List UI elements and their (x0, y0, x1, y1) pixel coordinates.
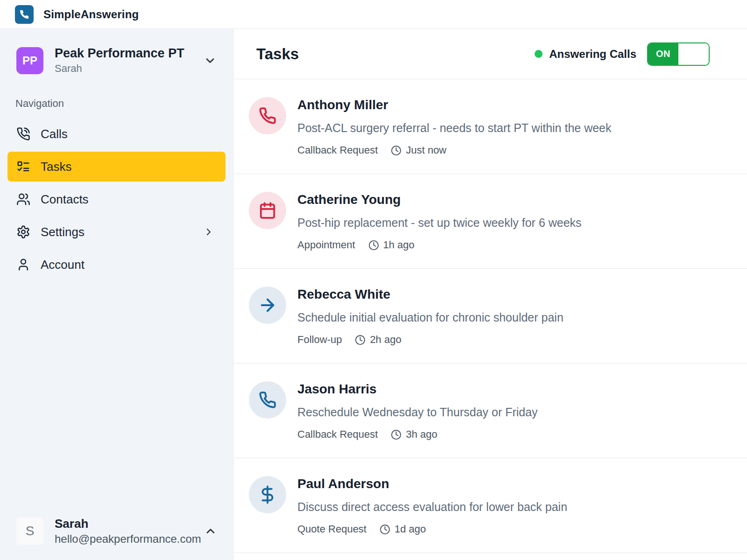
phone-call-icon (16, 127, 30, 141)
app-name: SimpleAnswering (43, 8, 139, 21)
status-dot (535, 50, 543, 58)
phone-icon (19, 9, 29, 20)
toggle-knob (678, 43, 709, 65)
sidebar-item-label: Settings (41, 225, 85, 239)
main-header: Tasks Answering Calls ON (234, 29, 747, 79)
task-time: 3h ago (406, 428, 437, 441)
topbar: SimpleAnswering (0, 0, 747, 29)
task-time: 2h ago (370, 333, 401, 346)
answering-status: Answering Calls ON (535, 42, 710, 66)
sidebar-nav: Calls Tasks Contacts Settings Account (0, 119, 233, 280)
users-icon (16, 192, 30, 206)
task-avatar (249, 192, 286, 229)
sidebar-item-label: Calls (41, 127, 68, 141)
org-switcher[interactable]: PP Peak Performance PT Sarah (0, 29, 233, 75)
arrow-right-icon (258, 295, 277, 315)
clock-icon (391, 429, 402, 440)
sidebar-item-tasks[interactable]: Tasks (7, 152, 226, 182)
task-row[interactable]: Catherine Young Post-hip replacement - s… (234, 174, 747, 269)
task-name: Anthony Miller (297, 97, 612, 113)
task-list: Anthony Miller Post-ACL surgery referral… (234, 79, 747, 553)
chevron-right-icon (203, 226, 214, 238)
answering-calls-toggle[interactable]: ON (647, 42, 710, 66)
chevron-down-icon (204, 54, 217, 67)
task-avatar (249, 381, 286, 419)
task-row[interactable]: Rebecca White Schedule initial evaluatio… (234, 269, 747, 364)
task-time: 1d ago (395, 523, 426, 536)
task-avatar (249, 287, 286, 324)
toggle-on-label: ON (648, 43, 678, 65)
task-description: Post-hip replacement - set up twice week… (297, 215, 582, 230)
task-description: Discuss direct access evaluation for low… (297, 499, 567, 514)
clock-icon (391, 145, 402, 156)
dollar-icon (258, 485, 277, 504)
user-name: Sarah (55, 516, 201, 531)
app-logo (15, 5, 34, 24)
sidebar-item-label: Account (41, 258, 85, 272)
user-icon (16, 258, 30, 272)
task-name: Jason Harris (297, 381, 538, 397)
org-avatar: PP (16, 47, 43, 74)
sidebar-item-account[interactable]: Account (7, 250, 226, 280)
task-description: Post-ACL surgery referral - needs to sta… (297, 120, 612, 135)
clock-icon (355, 335, 366, 345)
task-category: Callback Request (297, 428, 378, 441)
status-label: Answering Calls (549, 48, 636, 61)
clock-icon (380, 524, 390, 535)
task-description: Reschedule Wednesday to Thursday or Frid… (297, 405, 538, 420)
list-todo-icon (16, 160, 30, 174)
sidebar: PP Peak Performance PT Sarah Navigation … (0, 29, 233, 560)
task-time: 1h ago (383, 238, 415, 252)
task-description: Schedule initial evaluation for chronic … (297, 310, 564, 325)
user-avatar: S (16, 518, 43, 545)
task-avatar (249, 476, 286, 513)
clock-icon (368, 240, 379, 251)
chevron-up-icon (204, 525, 217, 538)
nav-section-label: Navigation (15, 98, 233, 110)
task-name: Paul Anderson (297, 476, 567, 492)
task-category: Follow-up (297, 333, 342, 346)
sidebar-item-label: Tasks (41, 160, 71, 174)
task-category: Quote Request (297, 523, 366, 536)
task-category: Callback Request (297, 144, 378, 157)
sidebar-item-contacts[interactable]: Contacts (7, 184, 226, 214)
sidebar-item-label: Contacts (41, 192, 89, 207)
calendar-icon (259, 202, 276, 219)
task-avatar (249, 97, 286, 134)
org-name: Peak Performance PT (55, 46, 184, 61)
phone-icon (259, 107, 276, 125)
task-row[interactable]: Jason Harris Reschedule Wednesday to Thu… (234, 364, 747, 458)
phone-icon (259, 391, 276, 409)
org-subtitle: Sarah (55, 62, 184, 75)
sidebar-item-calls[interactable]: Calls (7, 119, 226, 149)
task-row[interactable]: Anthony Miller Post-ACL surgery referral… (234, 79, 747, 174)
main-content: Tasks Answering Calls ON Anthony Miller … (234, 29, 747, 560)
user-menu[interactable]: S Sarah hello@peakperformance.com (0, 516, 233, 546)
page-title: Tasks (256, 45, 299, 63)
gear-icon (16, 225, 30, 239)
user-email: hello@peakperformance.com (55, 532, 201, 546)
task-row[interactable]: Paul Anderson Discuss direct access eval… (234, 458, 747, 553)
task-time: Just now (406, 144, 446, 157)
task-name: Rebecca White (297, 287, 564, 302)
sidebar-item-settings[interactable]: Settings (7, 217, 226, 247)
task-name: Catherine Young (297, 192, 582, 208)
task-category: Appointment (297, 238, 355, 252)
